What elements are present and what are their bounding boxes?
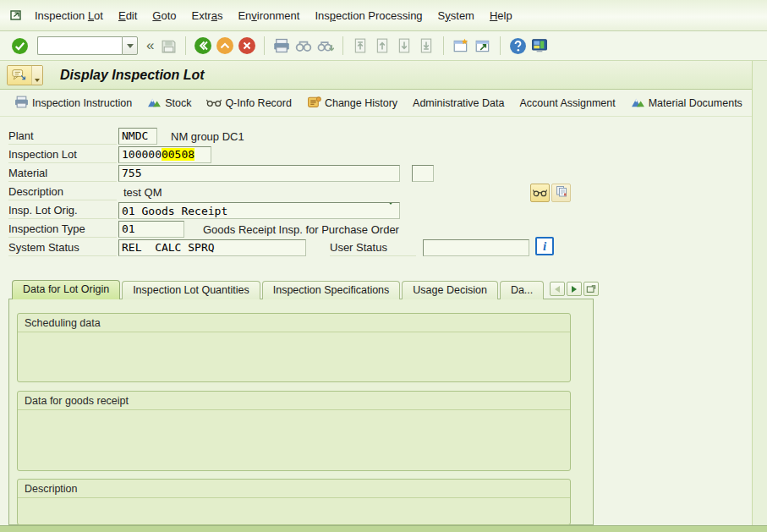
menu-inspection-processing[interactable]: Inspection Processing (307, 6, 430, 25)
collapse-icon[interactable]: « (143, 37, 157, 54)
insp-lot-orig-dropdown[interactable]: 01 Goods Receipt (118, 202, 400, 219)
system-status-field[interactable]: REL CALC SPRQ (118, 239, 306, 256)
customize-layout-icon[interactable] (529, 36, 550, 56)
material-label: Material (8, 167, 117, 182)
stock-button[interactable]: Stock (140, 91, 199, 115)
inspection-type-label: Inspection Type (8, 222, 117, 238)
glasses-icon (206, 96, 222, 110)
system-status-label: System Status (8, 241, 117, 256)
find-icon[interactable] (293, 36, 314, 56)
cancel-icon[interactable] (237, 36, 257, 56)
goods-receipt-title: Data for goods receipt (18, 392, 570, 410)
highlighted-lot-digits: 00508 (162, 148, 194, 161)
display-material-button[interactable] (530, 184, 550, 202)
standard-toolbar: « (0, 31, 767, 61)
change-history-button[interactable]: Change History (299, 91, 405, 115)
menu-environment[interactable]: Environment (230, 6, 307, 25)
tab-data-for-lot-origin[interactable]: Data for Lot Origin (12, 280, 120, 299)
mountains-icon (631, 96, 645, 111)
material-documents-button[interactable]: Material Documents (623, 91, 750, 115)
material-extension-field[interactable] (412, 165, 434, 182)
description-group: Description (17, 479, 571, 525)
material-field[interactable]: 755 (118, 165, 400, 182)
window-right-edge (752, 61, 767, 532)
services-for-object-icon (8, 66, 31, 85)
exit-icon[interactable] (215, 36, 235, 56)
inspection-lot-label: Inspection Lot (8, 148, 117, 163)
account-assignment-button[interactable]: Account Assignment (512, 93, 622, 113)
copy-documents-button[interactable] (551, 184, 571, 202)
menu-help[interactable]: Help (482, 6, 520, 25)
plant-description-text: NM group DC1 (171, 129, 244, 145)
tab-strip: Data for Lot Origin Inspection Lot Quant… (12, 280, 545, 299)
info-icon: i (543, 239, 546, 254)
scheduling-data-title: Scheduling data (18, 314, 570, 332)
status-information-button[interactable]: i (535, 237, 554, 255)
menu-extras[interactable]: Extras (184, 6, 231, 25)
goods-receipt-group: Data for goods receipt (17, 391, 571, 471)
sap-window: Inspection Lot Edit Goto Extras Environm… (0, 0, 767, 532)
services-for-object-button[interactable] (7, 65, 43, 85)
save-icon[interactable] (158, 36, 178, 56)
inspection-type-text: Goods Receipt Insp. for Purchase Order (203, 222, 399, 238)
new-session-icon[interactable] (451, 36, 471, 56)
description-label: Description (8, 185, 117, 200)
previous-page-icon[interactable] (372, 36, 392, 56)
administrative-data-button[interactable]: Administrative Data (405, 93, 512, 113)
glasses-icon (533, 185, 547, 200)
menu-inspection-lot[interactable]: Inspection Lot (27, 6, 111, 25)
printer-icon (14, 96, 29, 111)
menu-goto[interactable]: Goto (145, 6, 184, 25)
enter-icon[interactable] (9, 36, 30, 56)
find-next-icon[interactable] (315, 36, 336, 56)
menu-system[interactable]: System (430, 6, 482, 25)
title-bar: Display Inspection Lot (0, 61, 767, 90)
tab-usage-decision[interactable]: Usage Decision (402, 281, 498, 299)
first-page-icon[interactable] (350, 36, 370, 56)
command-field[interactable] (37, 36, 122, 55)
command-field-group (37, 36, 138, 55)
q-info-record-button[interactable]: Q-Info Record (199, 92, 299, 114)
copy-icon (556, 185, 567, 200)
last-page-icon[interactable] (416, 36, 436, 56)
user-status-label: User Status (330, 241, 416, 256)
tab-inspection-specifications[interactable]: Inspection Specifications (262, 281, 401, 299)
scheduling-data-group: Scheduling data (17, 313, 571, 382)
tab-scroll-right-icon[interactable] (567, 282, 582, 296)
create-shortcut-icon[interactable] (473, 36, 493, 56)
command-field-dropdown-icon[interactable] (122, 36, 138, 55)
dropdown-arrow-icon[interactable] (386, 204, 395, 218)
tab-inspection-lot-quantities[interactable]: Inspection Lot Quantities (122, 281, 260, 299)
tab-expand-icon[interactable] (583, 282, 599, 296)
next-page-icon[interactable] (394, 36, 414, 56)
inspection-lot-field[interactable]: 10000000508 (118, 146, 211, 163)
inspection-instruction-button[interactable]: Inspection Instruction (7, 91, 140, 115)
print-icon[interactable] (271, 36, 292, 56)
scroll-icon (307, 96, 321, 111)
menu-edit[interactable]: Edit (111, 6, 145, 25)
user-status-field[interactable] (423, 239, 529, 256)
back-icon[interactable] (193, 36, 213, 56)
plant-label: Plant (8, 129, 117, 145)
mountains-icon (147, 96, 162, 111)
tab-scroll-left-icon[interactable] (550, 282, 565, 296)
material-description-text: test QM (123, 185, 162, 200)
tab-scroll-controls (550, 282, 599, 296)
services-dropdown-icon[interactable] (31, 66, 42, 85)
insp-lot-orig-label: Insp. Lot Orig. (8, 204, 117, 219)
system-menu-icon[interactable] (5, 5, 27, 25)
inspection-type-field[interactable]: 01 (118, 221, 184, 238)
window-bottom-edge (0, 525, 767, 532)
page-title: Display Inspection Lot (60, 68, 205, 83)
application-toolbar: Inspection Instruction Stock Q-Info Reco… (0, 90, 767, 117)
plant-field[interactable]: NMDC (118, 128, 157, 145)
tab-data-truncated[interactable]: Da... (500, 281, 544, 299)
description-group-title: Description (18, 480, 570, 498)
menu-bar: Inspection Lot Edit Goto Extras Environm… (0, 0, 767, 31)
help-icon[interactable] (507, 36, 528, 56)
